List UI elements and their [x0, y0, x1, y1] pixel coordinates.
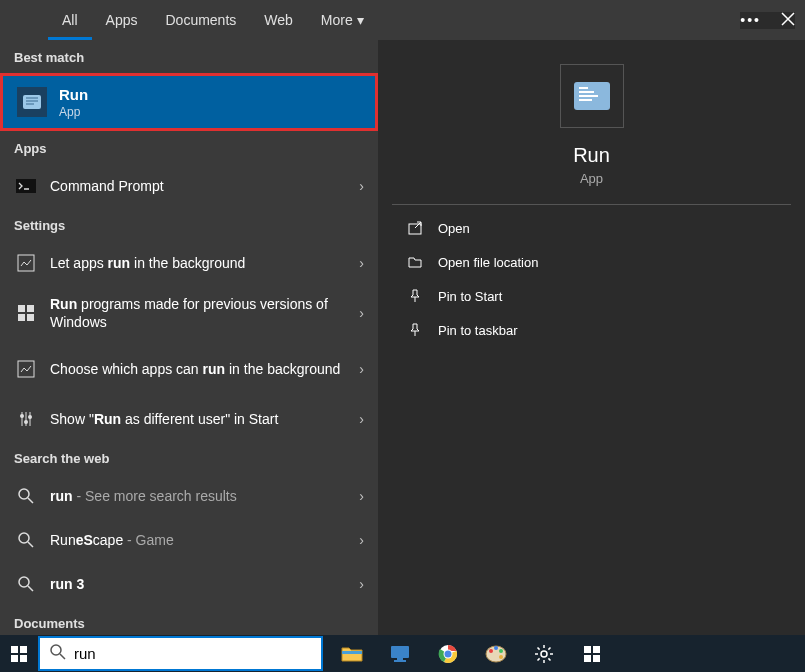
svg-point-33	[541, 651, 547, 657]
svg-rect-23	[397, 658, 403, 660]
chevron-right-icon: ›	[359, 532, 364, 548]
svg-rect-36	[584, 655, 591, 662]
taskbar-security[interactable]	[569, 635, 615, 672]
best-match-item[interactable]: Run App	[0, 73, 378, 131]
svg-point-32	[499, 655, 503, 659]
action-pin-start[interactable]: Pin to Start	[378, 279, 805, 313]
svg-rect-6	[27, 314, 34, 321]
action-label: Open file location	[438, 255, 538, 270]
web-result-run3[interactable]: run 3 ›	[0, 562, 378, 606]
result-label: Command Prompt	[50, 177, 359, 195]
svg-point-13	[19, 577, 29, 587]
result-run-as-user[interactable]: Show "Run as different user" in Start ›	[0, 397, 378, 441]
action-open[interactable]: Open	[378, 211, 805, 245]
pin-icon	[406, 289, 424, 303]
search-icon	[50, 644, 66, 664]
svg-rect-22	[391, 646, 409, 658]
result-background-apps[interactable]: Let apps run in the background ›	[0, 241, 378, 285]
preview-sub: App	[580, 171, 603, 186]
preview-panel: Run App Open Open file location Pin to	[378, 40, 805, 635]
cmd-icon	[14, 174, 38, 198]
svg-rect-15	[409, 224, 421, 234]
svg-rect-34	[584, 646, 591, 653]
svg-rect-5	[18, 314, 25, 321]
taskbar-monitor[interactable]	[377, 635, 423, 672]
result-label: run 3	[50, 575, 359, 593]
folder-icon	[406, 255, 424, 269]
preview-icon	[560, 64, 624, 128]
taskbar-settings[interactable]	[521, 635, 567, 672]
taskbar-search[interactable]	[38, 636, 323, 671]
best-match-sub: App	[59, 105, 88, 119]
chevron-right-icon: ›	[359, 488, 364, 504]
tab-documents[interactable]: Documents	[151, 0, 250, 40]
svg-point-12	[19, 533, 29, 543]
section-best-match: Best match	[0, 40, 378, 73]
svg-point-31	[499, 649, 503, 653]
result-label: Let apps run in the background	[50, 254, 359, 272]
open-icon	[406, 221, 424, 235]
svg-point-10	[28, 415, 32, 419]
taskbar	[0, 635, 805, 672]
pin-icon	[406, 323, 424, 337]
result-label: run - See more search results	[50, 487, 359, 505]
svg-rect-18	[11, 655, 18, 662]
svg-rect-19	[20, 655, 27, 662]
svg-point-29	[489, 649, 493, 653]
svg-rect-21	[342, 651, 362, 654]
web-result-run[interactable]: run - See more search results ›	[0, 474, 378, 518]
chevron-right-icon: ›	[359, 178, 364, 194]
settings-icon	[14, 251, 38, 275]
svg-rect-24	[394, 660, 406, 662]
chevron-right-icon: ›	[359, 411, 364, 427]
more-options-icon[interactable]: •••	[740, 12, 761, 28]
action-label: Pin to taskbar	[438, 323, 518, 338]
search-icon	[14, 484, 38, 508]
svg-point-20	[51, 645, 61, 655]
svg-rect-17	[20, 646, 27, 653]
result-command-prompt[interactable]: Command Prompt ›	[0, 164, 378, 208]
svg-rect-35	[593, 646, 600, 653]
result-label: Run programs made for previous versions …	[50, 295, 359, 331]
search-icon	[14, 528, 38, 552]
run-icon	[17, 87, 47, 117]
result-label: Choose which apps can run in the backgro…	[50, 360, 359, 378]
svg-rect-2	[18, 255, 34, 271]
action-label: Open	[438, 221, 470, 236]
result-compat-troubleshooter[interactable]: Run programs made for previous versions …	[0, 285, 378, 341]
chevron-down-icon: ▾	[357, 12, 364, 28]
settings-icon	[14, 357, 38, 381]
search-icon	[14, 572, 38, 596]
tab-apps[interactable]: Apps	[92, 0, 152, 40]
tab-web[interactable]: Web	[250, 0, 307, 40]
search-input[interactable]	[74, 645, 311, 662]
action-open-location[interactable]: Open file location	[378, 245, 805, 279]
svg-rect-16	[11, 646, 18, 653]
start-button[interactable]	[0, 635, 38, 672]
chevron-right-icon: ›	[359, 361, 364, 377]
svg-point-30	[494, 646, 498, 650]
web-result-runescape[interactable]: RuneScape - Game ›	[0, 518, 378, 562]
section-settings: Settings	[0, 208, 378, 241]
result-label: RuneScape - Game	[50, 531, 359, 549]
tab-all[interactable]: All	[48, 0, 92, 40]
svg-rect-4	[27, 305, 34, 312]
svg-rect-0	[23, 95, 41, 109]
tab-more[interactable]: More ▾	[307, 0, 378, 40]
preview-title: Run	[573, 144, 610, 167]
taskbar-explorer[interactable]	[329, 635, 375, 672]
chevron-right-icon: ›	[359, 305, 364, 321]
svg-rect-37	[593, 655, 600, 662]
taskbar-paint[interactable]	[473, 635, 519, 672]
sliders-icon	[14, 407, 38, 431]
close-icon[interactable]	[781, 12, 795, 29]
search-filter-tabs: All Apps Documents Web More ▾ •••	[0, 0, 805, 40]
programs-icon	[14, 301, 38, 325]
section-web: Search the web	[0, 441, 378, 474]
svg-point-9	[24, 420, 28, 424]
taskbar-chrome[interactable]	[425, 635, 471, 672]
svg-rect-7	[18, 361, 34, 377]
result-choose-background-apps[interactable]: Choose which apps can run in the backgro…	[0, 341, 378, 397]
svg-point-27	[445, 650, 452, 657]
action-pin-taskbar[interactable]: Pin to taskbar	[378, 313, 805, 347]
